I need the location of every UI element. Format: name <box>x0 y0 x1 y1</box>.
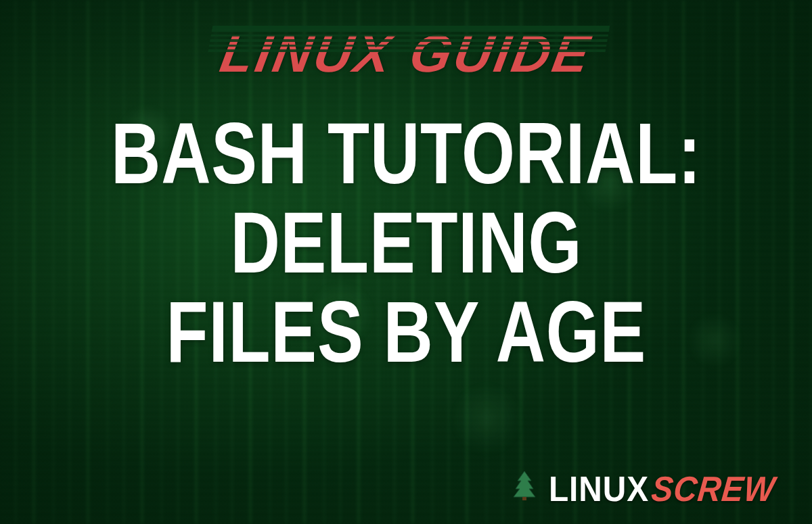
svg-marker-0 <box>514 471 535 497</box>
content-wrapper: LINUX GUIDE BASH TUTORIAL: DELETING FILE… <box>0 0 812 524</box>
brand-text-linux: LINUX <box>549 469 649 509</box>
headline-line-2: DELETING <box>111 195 702 291</box>
pine-tree-icon <box>513 470 536 504</box>
brand-logo: LINUX SCREW <box>513 469 786 509</box>
brand-text-screw: SCREW <box>650 469 777 509</box>
headline-line-1: BASH TUTORIAL: <box>111 105 702 202</box>
svg-rect-1 <box>522 497 526 500</box>
headline-line-3: FILES BY AGE <box>111 284 702 381</box>
headline: BASH TUTORIAL: DELETING FILES BY AGE <box>63 109 750 377</box>
eyebrow-title: LINUX GUIDE <box>216 23 597 85</box>
